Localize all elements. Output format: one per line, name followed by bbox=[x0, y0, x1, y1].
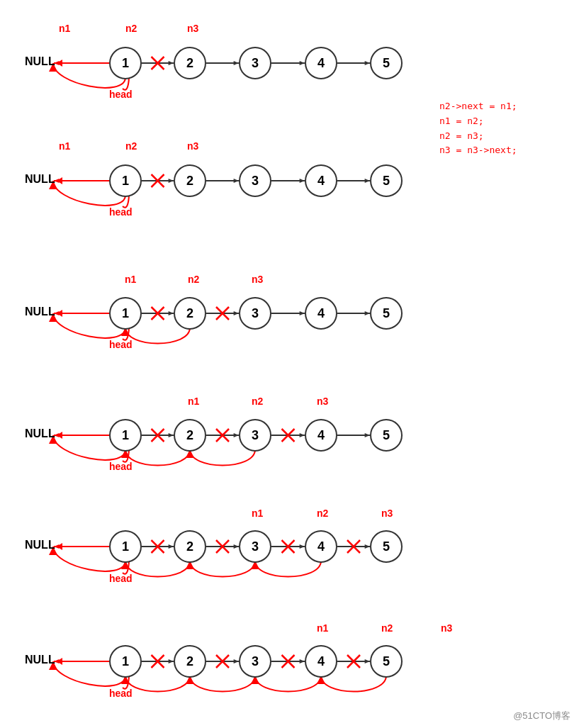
svg-line-78 bbox=[216, 429, 229, 442]
svg-line-104 bbox=[216, 540, 229, 553]
svg-line-16 bbox=[152, 57, 164, 69]
head-label: head bbox=[109, 339, 133, 350]
svg-marker-1 bbox=[57, 61, 62, 65]
node-3: 3 bbox=[239, 645, 271, 678]
pointer-label-n2: n2 bbox=[252, 396, 263, 407]
head-label: head bbox=[109, 89, 133, 100]
pointer-label-n2: n2 bbox=[381, 622, 393, 634]
svg-marker-72 bbox=[300, 433, 305, 437]
svg-marker-86 bbox=[57, 544, 62, 549]
pointer-label-n1: n1 bbox=[125, 274, 136, 285]
node-4: 4 bbox=[305, 164, 337, 197]
svg-marker-22 bbox=[57, 179, 62, 183]
svg-marker-116 bbox=[57, 659, 62, 663]
svg-line-108 bbox=[347, 540, 360, 553]
svg-marker-50 bbox=[300, 311, 305, 315]
svg-marker-10 bbox=[234, 61, 239, 65]
node-4: 4 bbox=[305, 419, 337, 452]
watermark: @51CTO博客 bbox=[513, 710, 570, 722]
pointer-label-n3: n3 bbox=[317, 396, 328, 407]
svg-line-106 bbox=[282, 540, 295, 553]
node-1: 1 bbox=[109, 530, 142, 563]
svg-marker-123 bbox=[234, 659, 239, 663]
null-label: NULL bbox=[25, 55, 55, 68]
svg-line-103 bbox=[216, 540, 229, 553]
node-3: 3 bbox=[239, 419, 271, 452]
node-1: 1 bbox=[109, 297, 142, 330]
pointer-label-n2: n2 bbox=[188, 274, 199, 285]
svg-marker-33 bbox=[365, 179, 370, 183]
pointer-label-n3: n3 bbox=[187, 140, 198, 152]
node-1: 1 bbox=[109, 419, 142, 452]
node-5: 5 bbox=[370, 419, 403, 452]
svg-line-131 bbox=[216, 655, 229, 668]
svg-marker-95 bbox=[234, 544, 239, 549]
svg-line-77 bbox=[152, 429, 164, 442]
node-1: 1 bbox=[109, 645, 142, 678]
node-4: 4 bbox=[305, 530, 337, 563]
diagram-container: @51CTO博客 n2->next = n1;n1 = n2;n2 = n3;n… bbox=[0, 0, 579, 728]
svg-marker-97 bbox=[300, 544, 305, 549]
svg-marker-46 bbox=[169, 311, 174, 315]
svg-line-107 bbox=[347, 540, 360, 553]
svg-marker-20 bbox=[57, 179, 62, 183]
head-label: head bbox=[109, 573, 133, 584]
svg-line-102 bbox=[152, 540, 164, 553]
svg-line-101 bbox=[152, 540, 164, 553]
svg-marker-27 bbox=[169, 179, 174, 183]
svg-line-56 bbox=[216, 307, 229, 320]
pointer-label-n3: n3 bbox=[252, 274, 263, 285]
svg-line-17 bbox=[152, 57, 164, 69]
svg-line-136 bbox=[347, 655, 360, 668]
svg-line-129 bbox=[152, 655, 164, 668]
svg-marker-89 bbox=[57, 543, 62, 550]
pointer-label-n3: n3 bbox=[187, 23, 198, 34]
node-5: 5 bbox=[370, 645, 403, 678]
node-5: 5 bbox=[370, 47, 403, 79]
pointer-label-n3: n3 bbox=[441, 622, 452, 634]
null-label: NULL bbox=[25, 539, 55, 551]
node-3: 3 bbox=[239, 47, 271, 79]
svg-marker-125 bbox=[300, 659, 305, 663]
svg-marker-121 bbox=[169, 659, 174, 663]
svg-marker-70 bbox=[234, 433, 239, 437]
svg-line-79 bbox=[216, 429, 229, 442]
node-5: 5 bbox=[370, 297, 403, 330]
node-1: 1 bbox=[109, 164, 142, 197]
svg-marker-29 bbox=[234, 179, 239, 183]
svg-line-133 bbox=[282, 655, 295, 668]
node-2: 2 bbox=[174, 645, 206, 678]
node-3: 3 bbox=[239, 297, 271, 330]
node-2: 2 bbox=[174, 164, 206, 197]
pointer-label-n1: n1 bbox=[188, 396, 199, 407]
code-block: n2->next = n1;n1 = n2;n2 = n3;n3 = n3->n… bbox=[439, 99, 517, 158]
svg-marker-41 bbox=[57, 311, 62, 315]
node-1: 1 bbox=[109, 47, 142, 79]
svg-marker-114 bbox=[57, 659, 62, 663]
head-label: head bbox=[109, 688, 133, 699]
pointer-label-n3: n3 bbox=[381, 508, 393, 519]
svg-marker-127 bbox=[365, 659, 370, 663]
pointer-label-n1: n1 bbox=[59, 140, 70, 152]
null-label: NULL bbox=[25, 306, 55, 318]
node-2: 2 bbox=[174, 47, 206, 79]
svg-marker-68 bbox=[169, 433, 174, 437]
svg-marker-63 bbox=[57, 433, 62, 437]
pointer-label-n2: n2 bbox=[317, 508, 328, 519]
null-label: NULL bbox=[25, 427, 55, 440]
pointer-label-n1: n1 bbox=[59, 23, 70, 34]
pointer-label-n2: n2 bbox=[125, 140, 137, 152]
svg-line-55 bbox=[152, 307, 164, 320]
node-4: 4 bbox=[305, 297, 337, 330]
svg-line-135 bbox=[347, 655, 360, 668]
svg-marker-23 bbox=[57, 177, 62, 184]
pointer-label-n1: n1 bbox=[317, 622, 328, 634]
node-3: 3 bbox=[239, 530, 271, 563]
svg-marker-3 bbox=[57, 61, 62, 65]
node-5: 5 bbox=[370, 530, 403, 563]
svg-line-81 bbox=[282, 429, 295, 442]
svg-line-54 bbox=[152, 307, 164, 320]
svg-line-105 bbox=[282, 540, 295, 553]
svg-marker-64 bbox=[57, 432, 62, 439]
pointer-label-n1: n1 bbox=[252, 508, 263, 519]
